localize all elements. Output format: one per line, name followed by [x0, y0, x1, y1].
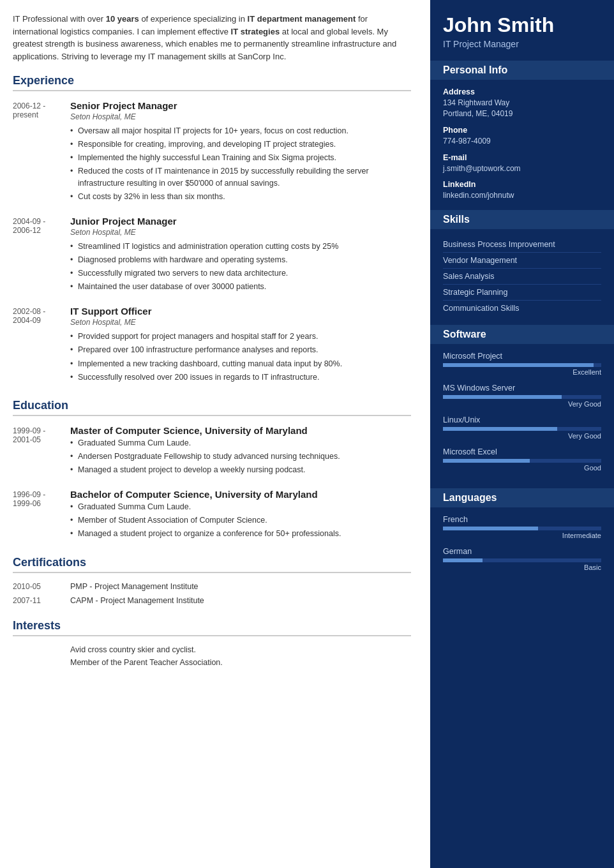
languages-title: Languages: [430, 488, 614, 507]
education-content-2: Bachelor of Computer Science, University…: [70, 489, 411, 541]
software-section: Software Microsoft Project Excellent MS …: [430, 325, 614, 488]
bullet: Managed a student project to organize a …: [70, 528, 411, 539]
software-bar-fill-4: [443, 459, 530, 463]
software-title: Software: [430, 325, 614, 344]
education-bullets-2: Graduated Summa Cum Laude. Member of Stu…: [70, 501, 411, 539]
software-item-3: Linux/Unix Very Good: [443, 415, 601, 440]
lang-bar-fill-2: [443, 558, 483, 562]
education-entry-1: 1999-09 -2001-05 Master of Computer Scie…: [13, 425, 411, 477]
bullet: Cut costs by 32% in less than six months…: [70, 191, 411, 202]
software-bar-fill-3: [443, 427, 557, 431]
cert-entry-1: 2010-05 PMP - Project Management Institu…: [13, 582, 411, 591]
languages-section: Languages French Intermediate German Bas…: [430, 488, 614, 588]
bullet: Graduated Summa Cum Laude.: [70, 437, 411, 449]
experience-company-2: Seton Hospital, ME: [70, 228, 411, 237]
experience-section: Experience 2006-12 -present Senior Proje…: [13, 74, 411, 385]
bullet: Prepared over 100 infrastructure perform…: [70, 344, 411, 355]
skill-2: Vendor Management: [443, 253, 601, 269]
experience-content-3: IT Support Officer Seton Hospital, ME Pr…: [70, 306, 411, 385]
bullet: Andersen Postgraduate Fellowship to stud…: [70, 451, 411, 462]
lang-item-2: German Basic: [443, 547, 601, 571]
bullet: Successfully migrated two servers to new…: [70, 267, 411, 279]
software-item-1: Microsoft Project Excellent: [443, 352, 601, 376]
lang-bar-2: [443, 558, 601, 562]
lang-label-1: Intermediate: [443, 532, 601, 539]
experience-bullets-3: Provided support for project managers an…: [70, 331, 411, 383]
bullet: Implemented the highly successful Lean T…: [70, 152, 411, 163]
bullet: Implemented a new tracking dashboard, cu…: [70, 358, 411, 370]
interests-title: Interests: [13, 619, 411, 636]
right-header: John Smith IT Project Manager: [430, 0, 614, 61]
experience-content-1: Senior Project Manager Seton Hospital, M…: [70, 100, 411, 204]
bullet: Diagnosed problems with hardware and ope…: [70, 254, 411, 266]
software-label-1: Excellent: [443, 368, 601, 376]
bullet: Oversaw all major hospital IT projects f…: [70, 125, 411, 137]
linkedin-value: linkedin.com/johnutw: [443, 190, 601, 201]
software-bar-3: [443, 427, 601, 431]
certifications-title: Certifications: [13, 556, 411, 573]
candidate-title: IT Project Manager: [443, 39, 601, 49]
bullet: Responsible for creating, improving, and…: [70, 138, 411, 150]
address-line2: Portland, ME, 04019: [443, 108, 601, 119]
experience-title-3: IT Support Officer: [70, 306, 411, 317]
bullet: Reduced the costs of IT maintenance in 2…: [70, 165, 411, 188]
summary-text: IT Professional with over 10 years of ex…: [13, 13, 411, 63]
experience-title-1: Senior Project Manager: [70, 100, 411, 111]
experience-bullets-2: Streamlined IT logistics and administrat…: [70, 241, 411, 293]
experience-company-1: Seton Hospital, ME: [70, 112, 411, 121]
education-degree-2: Bachelor of Computer Science, University…: [70, 489, 411, 500]
lang-item-1: French Intermediate: [443, 515, 601, 539]
address-label: Address: [443, 87, 601, 96]
skill-5: Communication Skills: [443, 301, 601, 316]
bullet: Successfully resolved over 200 issues in…: [70, 371, 411, 383]
software-bar-2: [443, 395, 601, 399]
skill-1: Business Process Improvement: [443, 237, 601, 253]
personal-info-title: Personal Info: [430, 61, 614, 80]
bullet: Provided support for project managers an…: [70, 331, 411, 342]
experience-bullets-1: Oversaw all major hospital IT projects f…: [70, 125, 411, 202]
interest-1: Avid cross country skier and cyclist.: [13, 645, 411, 654]
software-item-2: MS Windows Server Very Good: [443, 384, 601, 408]
candidate-name: John Smith: [443, 14, 601, 36]
certifications-section: Certifications 2010-05 PMP - Project Man…: [13, 556, 411, 605]
lang-name-1: French: [443, 515, 601, 524]
lang-bar-fill-1: [443, 527, 538, 530]
education-content-1: Master of Computer Science, University o…: [70, 425, 411, 477]
bullet: Graduated Summa Cum Laude.: [70, 501, 411, 513]
software-name-1: Microsoft Project: [443, 352, 601, 361]
education-title: Education: [13, 399, 411, 416]
phone-label: Phone: [443, 126, 601, 135]
experience-entry-3: 2002-08 -2004-09 IT Support Officer Seto…: [13, 306, 411, 385]
skill-3: Sales Analysis: [443, 269, 601, 285]
software-label-2: Very Good: [443, 400, 601, 408]
software-bar-4: [443, 459, 601, 463]
cert-text-1: PMP - Project Management Institute: [70, 582, 198, 591]
skills-title: Skills: [430, 210, 614, 229]
email-label: E-mail: [443, 153, 601, 162]
education-bullets-1: Graduated Summa Cum Laude. Andersen Post…: [70, 437, 411, 475]
interest-2: Member of the Parent Teacher Association…: [13, 658, 411, 667]
lang-label-2: Basic: [443, 564, 601, 571]
software-item-4: Microsoft Excel Good: [443, 447, 601, 472]
experience-entry-2: 2004-09 -2006-12 Junior Project Manager …: [13, 216, 411, 295]
experience-entry-1: 2006-12 -present Senior Project Manager …: [13, 100, 411, 204]
skills-section: Skills Business Process Improvement Vend…: [430, 210, 614, 325]
software-bar-1: [443, 363, 601, 367]
experience-content-2: Junior Project Manager Seton Hospital, M…: [70, 216, 411, 295]
education-date-2: 1996-09 -1999-06: [13, 489, 70, 541]
email-value: j.smith@uptowork.com: [443, 163, 601, 174]
bullet: Streamlined IT logistics and administrat…: [70, 241, 411, 252]
phone-value: 774-987-4009: [443, 136, 601, 147]
cert-text-2: CAPM - Project Management Institute: [70, 596, 204, 605]
personal-info-section: Personal Info Address 134 Rightward Way …: [430, 61, 614, 210]
left-column: IT Professional with over 10 years of ex…: [0, 0, 430, 868]
education-entry-2: 1996-09 -1999-06 Bachelor of Computer Sc…: [13, 489, 411, 541]
education-degree-1: Master of Computer Science, University o…: [70, 425, 411, 436]
software-label-3: Very Good: [443, 432, 601, 440]
linkedin-label: LinkedIn: [443, 180, 601, 189]
experience-company-3: Seton Hospital, ME: [70, 318, 411, 327]
software-name-4: Microsoft Excel: [443, 447, 601, 456]
bullet: Managed a student project to develop a w…: [70, 464, 411, 475]
software-name-2: MS Windows Server: [443, 384, 601, 393]
software-bar-fill-1: [443, 363, 594, 367]
